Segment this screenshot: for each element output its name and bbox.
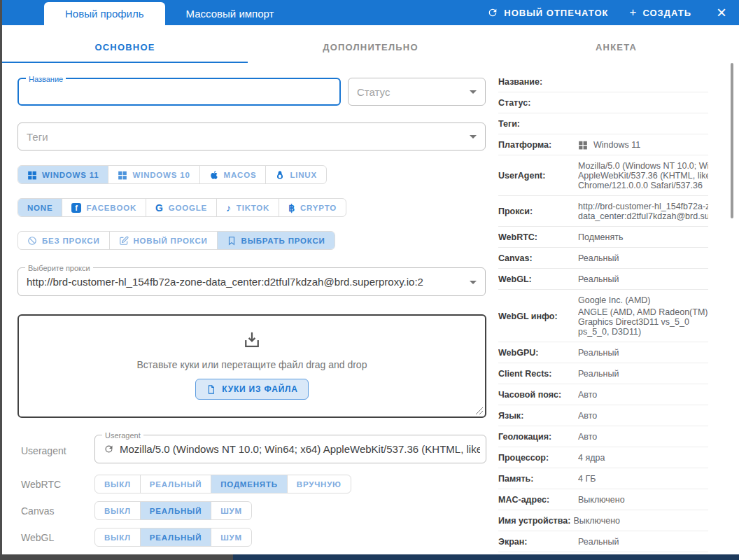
toggle-label: РЕАЛЬНЫЙ [150,480,202,489]
webrtc-manual-button[interactable]: ВРУЧНУЮ [287,475,351,493]
os-windows-10-button[interactable]: WINDOWS 10 [108,166,199,183]
summary-label: Canvas: [498,253,575,263]
background-app-strip [233,554,739,560]
platform-crypto-button[interactable]: ฿ CRYPTO [279,199,346,216]
summary-value: Windows 11 [593,140,640,150]
os-option-label: WINDOWS 10 [132,171,190,179]
summary-label: Статус: [498,98,575,108]
summary-row-status: Статус: [498,92,708,113]
webrtc-substitute-button[interactable]: ПОДМЕНЯТЬ [211,475,287,493]
webrtc-real-button[interactable]: РЕАЛЬНЫЙ [140,475,211,493]
tab-profile-form[interactable]: АНКЕТА [493,25,739,63]
tab-bulk-import[interactable]: Массовый импорт [165,2,295,25]
platform-none-button[interactable]: NONE [18,199,62,216]
bookmark-icon [227,236,237,246]
tab-additional[interactable]: ДОПОЛНИТЕЛЬНО [248,25,493,63]
summary-row-cpu: Процессор: 4 ядра [498,447,708,468]
file-icon [206,384,216,395]
os-option-label: MACOS [224,171,257,179]
new-fingerprint-button[interactable]: НОВЫЙ ОТПЕЧАТОК [487,7,608,18]
useragent-input[interactable]: Useragent Mozilla/5.0 (Windows NT 10.0; … [94,435,486,463]
os-linux-button[interactable]: LINUX [265,166,326,183]
tags-select[interactable]: Теги [17,122,486,150]
proxy-select[interactable]: Выберите прокси http://brd-customer-hl_1… [17,267,486,296]
summary-label: UserAgent: [498,171,575,181]
canvas-real-button[interactable]: РЕАЛЬНЫЙ [140,502,211,519]
summary-row-device-name: Имя устройства: Выключено [498,510,708,531]
os-option-label: WINDOWS 11 [42,171,99,179]
toggle-label: ПОДМЕНЯТЬ [220,480,278,489]
webgl-noise-button[interactable]: ШУМ [211,528,251,546]
summary-row-name: Название: [498,71,708,92]
platform-option-label: FACEBOOK [86,204,136,212]
chevron-down-icon [470,135,477,139]
summary-label: Часовой пояс: [498,390,575,400]
header-actions: НОВЫЙ ОТПЕЧАТОК + СОЗДАТЬ × [487,0,739,25]
summary-label: Client Rects: [498,369,575,379]
summary-value: Выключено [578,495,708,505]
status-select[interactable]: Статус [348,78,486,106]
summary-label: WebGL инфо: [498,312,575,321]
refresh-icon[interactable] [104,444,114,454]
create-button[interactable]: + СОЗДАТЬ [629,6,691,20]
summary-row-timezone: Часовой пояс: Авто [498,384,708,405]
webrtc-row-label: WebRTC [21,479,61,490]
cookies-dropzone[interactable]: Вставьте куки или перетащите файл drag a… [17,314,486,418]
google-icon: G [155,203,164,213]
windows-icon [27,170,37,180]
platform-option-label: NONE [27,204,52,212]
close-button[interactable]: × [712,4,731,21]
profile-summary-panel: Название: Статус: Теги: Платформа: Windo… [498,71,708,552]
os-toggle-group: WINDOWS 11 WINDOWS 10 MACOS LINUX [17,165,327,184]
platform-facebook-button[interactable]: f FACEBOOK [62,199,146,216]
summary-value: Авто [578,390,708,400]
name-input[interactable]: Название [17,78,341,106]
useragent-row-label: Useragent [21,445,66,456]
tags-placeholder: Теги [18,123,485,150]
summary-row-memory: Память: 4 ГБ [498,468,708,489]
close-icon: × [717,3,726,22]
webgl-off-button[interactable]: ВЫКЛ [95,528,140,546]
summary-row-platform: Платформа: Windows 11 [498,134,708,155]
section-tabs: ОСНОВНОЕ ДОПОЛНИТЕЛЬНО АНКЕТА [2,25,739,63]
new-fingerprint-label: НОВЫЙ ОТПЕЧАТОК [504,8,608,18]
resize-handle[interactable] [475,407,484,415]
select-proxy-button[interactable]: ВЫБРАТЬ ПРОКСИ [217,232,335,249]
tab-main[interactable]: ОСНОВНОЕ [2,25,248,63]
summary-row-webgl-info: WebGL инфо: Google Inc. (AMD) ANGLE (AMD… [498,290,708,342]
platform-tiktok-button[interactable]: ♪ TIKTOK [216,199,279,216]
os-windows-11-button[interactable]: WINDOWS 11 [18,166,108,183]
summary-value: Реальный [578,369,708,379]
summary-row-canvas: Canvas: Реальный [498,248,708,269]
summary-label: WebGPU: [498,348,575,358]
summary-row-language: Язык: Авто [498,405,708,426]
canvas-noise-button[interactable]: ШУМ [211,502,251,519]
scrollbar-thumb[interactable] [731,63,733,218]
webgl-real-button[interactable]: РЕАЛЬНЫЙ [140,528,211,546]
refresh-icon [487,7,498,18]
summary-value: Реальный [578,537,708,547]
tab-new-profile[interactable]: Новый профиль [44,2,165,25]
summary-value: http://brd-customer-hl_154fb72a-zone- da… [578,202,708,221]
summary-value: Подменять [578,232,708,242]
platform-option-label: CRYPTO [300,204,337,212]
platform-google-button[interactable]: G GOOGLE [146,199,216,216]
facebook-icon: f [71,203,81,213]
summary-value: Реальный [578,274,708,284]
summary-row-webgl: WebGL: Реальный [498,269,708,290]
summary-label: Экран: [498,537,575,547]
no-proxy-button[interactable]: БЕЗ ПРОКСИ [18,232,109,249]
new-proxy-button[interactable]: НОВЫЙ ПРОКСИ [109,232,217,249]
canvas-off-button[interactable]: ВЫКЛ [95,502,140,519]
canvas-row-label: Canvas [21,505,54,517]
chevron-down-icon [470,281,477,284]
proxy-option-label: НОВЫЙ ПРОКСИ [134,237,208,245]
summary-row-webgpu: WebGPU: Реальный [498,342,708,363]
proxy-option-label: БЕЗ ПРОКСИ [42,237,100,245]
prohibited-icon [27,236,37,246]
cookies-from-file-button[interactable]: КУКИ ИЗ ФАЙЛА [195,379,309,400]
summary-label: Название: [498,77,575,87]
os-macos-button[interactable]: MACOS [199,166,266,183]
summary-value: 4 ядра [578,453,708,463]
webrtc-off-button[interactable]: ВЫКЛ [95,475,140,493]
